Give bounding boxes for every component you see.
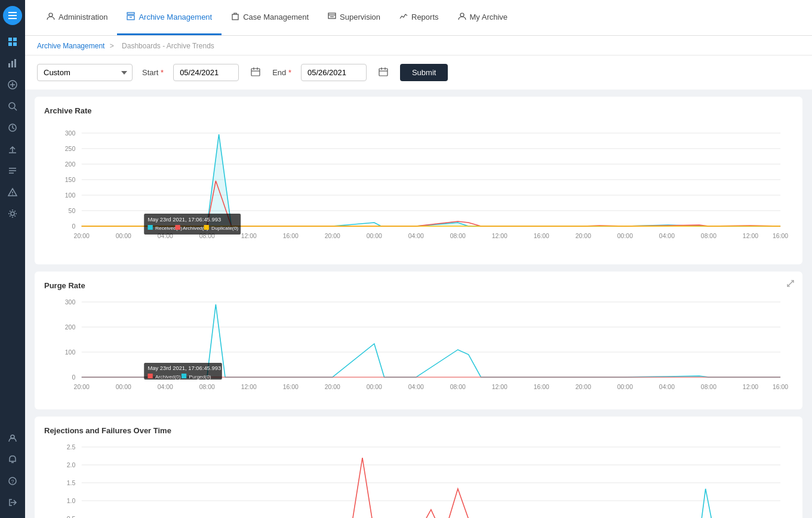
- svg-text:20:00: 20:00: [74, 384, 90, 390]
- nav-supervision-label: Supervision: [340, 13, 380, 21]
- svg-text:50: 50: [69, 208, 76, 214]
- rejections-chart: Rejections and Failures Over Time 2.5 2.…: [35, 417, 802, 518]
- nav-administration[interactable]: Administration: [37, 0, 117, 35]
- end-label: End *: [272, 68, 291, 77]
- svg-text:12:00: 12:00: [241, 384, 257, 390]
- rejections-svg: 2.5 2.0 1.5 1.0 0.5 0.0 20:00 00:00 04:0…: [44, 441, 793, 518]
- svg-line-89: [788, 283, 791, 286]
- svg-line-14: [14, 108, 17, 110]
- svg-text:20:00: 20:00: [325, 233, 340, 239]
- case-icon: [231, 12, 239, 22]
- sidebar: ?: [0, 0, 25, 518]
- svg-rect-86: [204, 225, 209, 230]
- svg-text:12:00: 12:00: [743, 233, 758, 239]
- svg-text:May 23rd 2021, 17:06:45.993: May 23rd 2021, 17:06:45.993: [147, 217, 221, 223]
- archive-rate-svg: 300 250 200 150 100 50 0 20:00 00:00 04:…: [44, 121, 793, 252]
- svg-text:04:00: 04:00: [408, 384, 424, 390]
- svg-rect-35: [328, 13, 336, 18]
- svg-rect-3: [8, 38, 12, 41]
- help-icon[interactable]: ?: [3, 471, 22, 491]
- start-calendar-button[interactable]: [248, 64, 263, 81]
- logout-icon[interactable]: [3, 493, 22, 512]
- svg-text:16:00: 16:00: [773, 384, 788, 390]
- end-required: *: [288, 68, 291, 77]
- nav-supervision[interactable]: Supervision: [318, 0, 390, 35]
- svg-marker-79: [82, 134, 780, 226]
- svg-rect-43: [379, 69, 387, 76]
- charts-container: Archive Rate 300 250 200 150 100: [25, 92, 812, 518]
- svg-point-38: [460, 13, 464, 17]
- start-date-input[interactable]: [173, 64, 239, 81]
- svg-text:0.5: 0.5: [67, 516, 76, 518]
- svg-text:Purged(0): Purged(0): [189, 374, 211, 380]
- svg-text:2.5: 2.5: [67, 444, 76, 451]
- svg-text:12:00: 12:00: [743, 384, 758, 390]
- nav-archive-management[interactable]: Archive Management: [117, 0, 222, 35]
- nav-my-archive[interactable]: My Archive: [448, 0, 518, 35]
- svg-rect-82: [147, 225, 152, 230]
- chart-bar-icon[interactable]: [3, 54, 22, 73]
- svg-rect-39: [251, 69, 260, 76]
- svg-text:04:00: 04:00: [659, 384, 675, 390]
- date-range-select[interactable]: Custom Last 24 Hours Last 7 Days: [37, 64, 133, 81]
- svg-text:100: 100: [65, 349, 76, 356]
- end-date-input[interactable]: [301, 64, 367, 81]
- svg-text:12:00: 12:00: [241, 233, 257, 239]
- history-icon[interactable]: [3, 118, 22, 137]
- my-archive-icon: [458, 12, 466, 22]
- archive-rate-chart: Archive Rate 300 250 200 150 100: [35, 97, 802, 264]
- nav-archive-management-label: Archive Management: [139, 13, 212, 21]
- nav-reports[interactable]: Reports: [390, 0, 448, 35]
- svg-rect-31: [127, 13, 134, 14]
- svg-text:300: 300: [65, 130, 76, 137]
- nav-case-management-label: Case Management: [243, 13, 309, 21]
- svg-text:1.5: 1.5: [67, 480, 76, 486]
- svg-text:1.0: 1.0: [67, 498, 76, 504]
- svg-rect-84: [175, 225, 180, 230]
- svg-text:250: 250: [65, 146, 76, 152]
- svg-rect-8: [11, 61, 13, 67]
- svg-line-88: [791, 280, 793, 283]
- user-profile-icon[interactable]: [3, 428, 22, 448]
- svg-text:0: 0: [72, 223, 75, 230]
- svg-text:16:00: 16:00: [773, 233, 788, 239]
- nav-administration-label: Administration: [59, 13, 107, 21]
- purge-rate-svg: 300 200 100 0 20:00 00:00 04:00 08:00 12…: [44, 296, 793, 397]
- svg-text:04:00: 04:00: [408, 233, 424, 239]
- search-icon[interactable]: [3, 97, 22, 116]
- submit-button[interactable]: Submit: [400, 64, 448, 81]
- content-area: Archive Management > Dashboards - Archiv…: [25, 36, 812, 518]
- add-circle-icon[interactable]: [3, 75, 22, 94]
- svg-text:00:00: 00:00: [367, 233, 382, 239]
- svg-text:04:00: 04:00: [659, 233, 675, 239]
- warning-icon[interactable]: [3, 183, 22, 202]
- nav-case-management[interactable]: Case Management: [222, 0, 318, 35]
- archive-icon: [127, 12, 135, 22]
- svg-text:12:00: 12:00: [492, 384, 508, 390]
- export-icon[interactable]: [3, 140, 22, 159]
- nav-reports-label: Reports: [411, 13, 439, 21]
- settings-icon[interactable]: [3, 204, 22, 223]
- svg-text:00:00: 00:00: [116, 384, 131, 390]
- svg-text:20:00: 20:00: [576, 233, 591, 239]
- sidebar-logo[interactable]: [3, 6, 22, 25]
- svg-text:16:00: 16:00: [283, 233, 299, 239]
- nav-my-archive-label: My Archive: [470, 13, 508, 21]
- dashboard-icon[interactable]: [3, 32, 22, 51]
- breadcrumb-root[interactable]: Archive Management: [37, 42, 104, 50]
- breadcrumb-separator: >: [110, 42, 114, 50]
- top-nav: Administration Archive Management Case M…: [25, 0, 812, 36]
- reports-icon: [399, 12, 408, 22]
- end-calendar-button[interactable]: [376, 64, 390, 81]
- svg-text:300: 300: [65, 299, 76, 306]
- svg-text:16:00: 16:00: [534, 233, 549, 239]
- expand-icon[interactable]: [787, 280, 794, 289]
- svg-point-24: [11, 212, 14, 215]
- svg-text:16:00: 16:00: [283, 384, 299, 390]
- svg-text:20:00: 20:00: [325, 384, 340, 390]
- bell-icon[interactable]: [3, 450, 22, 469]
- purge-rate-title: Purge Rate: [44, 281, 793, 290]
- svg-text:04:00: 04:00: [158, 384, 173, 390]
- svg-text:100: 100: [65, 192, 76, 199]
- list-check-icon[interactable]: [3, 161, 22, 180]
